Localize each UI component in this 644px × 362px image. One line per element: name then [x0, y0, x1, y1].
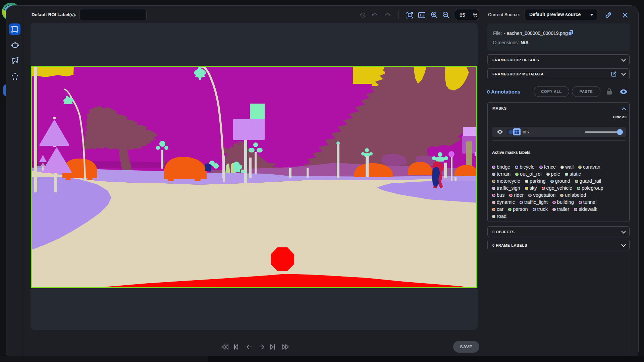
svg-text:1:1: 1:1: [420, 14, 424, 17]
